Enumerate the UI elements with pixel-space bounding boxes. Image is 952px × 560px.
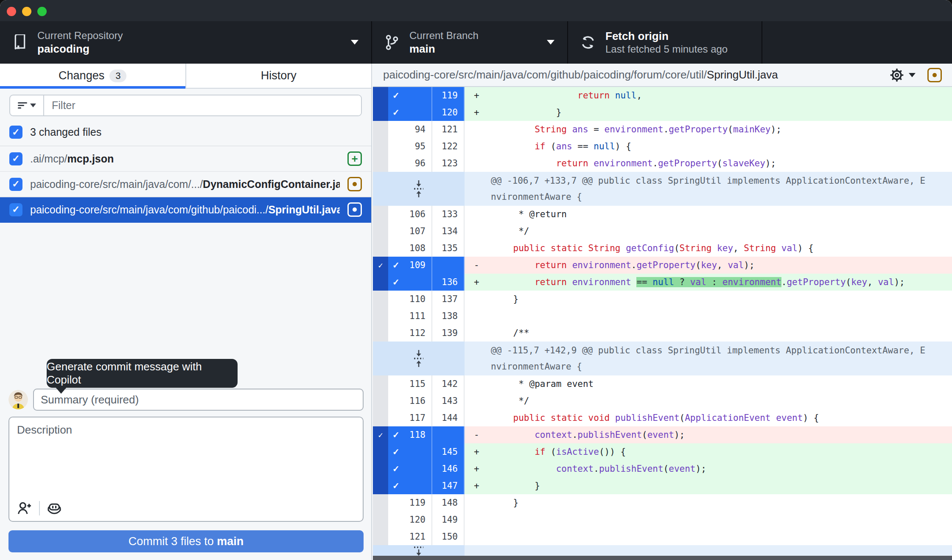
close-window-button[interactable] (7, 7, 16, 16)
hunk-selection-strip[interactable] (373, 375, 388, 392)
code-line: if (isActive()) { (492, 443, 952, 460)
old-line-number[interactable]: 118✓ (388, 426, 432, 443)
current-repository-button[interactable]: Current Repository paicoding (0, 21, 372, 64)
commit-button[interactable]: Commit 3 files to main (8, 530, 364, 552)
hunk-selection-strip[interactable] (373, 240, 388, 257)
new-line-number[interactable] (432, 257, 465, 274)
new-line-number[interactable]: 146 (432, 460, 465, 477)
copilot-icon[interactable] (47, 501, 62, 516)
new-line-number: 121 (432, 121, 465, 138)
hunk-selection-strip[interactable] (373, 206, 388, 223)
file-row[interactable]: ✓paicoding-core/src/main/java/com/.../Dy… (0, 172, 371, 197)
copilot-tooltip: Generate commit message with Copilot (47, 359, 238, 388)
hunk-selection-strip[interactable] (373, 274, 388, 291)
file-include-checkbox[interactable]: ✓ (9, 178, 22, 191)
file-include-checkbox[interactable]: ✓ (9, 152, 22, 165)
expand-down-button[interactable] (373, 545, 465, 557)
new-line-number: 133 (432, 206, 465, 223)
new-line-number[interactable]: 119 (432, 87, 465, 104)
hunk-selection-strip[interactable] (373, 494, 388, 511)
line-include-checkmark[interactable]: ✓ (392, 104, 400, 121)
new-line-number[interactable]: 120 (432, 104, 465, 121)
new-line-number: 150 (432, 528, 465, 545)
tab-changes[interactable]: Changes 3 (0, 64, 185, 88)
old-line-number[interactable]: ✓ (388, 87, 432, 104)
file-row[interactable]: ✓paicoding-core/src/main/java/com/github… (0, 197, 371, 223)
select-all-checkbox[interactable]: ✓ (9, 126, 22, 139)
hunk-header-text: @@ -115,7 +142,9 @@ public class SpringU… (465, 342, 952, 375)
expand-hunk-button[interactable] (373, 172, 465, 206)
filter-options-button[interactable] (10, 95, 44, 115)
line-include-checkmark[interactable]: ✓ (392, 477, 400, 494)
code-token: ); (695, 464, 706, 474)
line-include-checkmark[interactable]: ✓ (392, 257, 400, 274)
hunk-selection-strip[interactable] (373, 104, 388, 121)
hunk-selection-strip[interactable] (373, 87, 388, 104)
hunk-selection-strip[interactable] (373, 121, 388, 138)
expand-hunk-button[interactable] (373, 342, 465, 375)
minimize-window-button[interactable] (22, 7, 31, 16)
tab-history[interactable]: History (185, 64, 372, 88)
filter-input[interactable] (44, 95, 361, 115)
hunk-selection-strip[interactable] (373, 291, 388, 308)
current-branch-button[interactable]: Current Branch main (372, 21, 568, 64)
old-line-number[interactable]: ✓ (388, 460, 432, 477)
file-path: paicoding-core/src/main/java/com/.../Dyn… (30, 178, 340, 190)
code-line: if (ans == null) { (492, 138, 952, 155)
commit-description-box: Generate commit message with Copilot (8, 417, 364, 522)
old-line-number[interactable]: ✓ (388, 104, 432, 121)
code-token: , (867, 277, 878, 287)
hunk-selection-strip[interactable] (373, 392, 388, 409)
old-line-number: 116 (388, 392, 432, 409)
hunk-selection-strip[interactable] (373, 528, 388, 545)
code-token: = (588, 124, 605, 134)
code-line (492, 511, 952, 528)
file-row[interactable]: ✓.ai/mcp/mcp.json+ (0, 146, 371, 172)
new-line-number: 143 (432, 392, 465, 409)
current-repository-label: Current Repository (37, 29, 123, 42)
hunk-selection-strip[interactable] (373, 460, 388, 477)
file-include-checkbox[interactable]: ✓ (9, 203, 22, 216)
old-line-number[interactable]: ✓ (388, 274, 432, 291)
code-token (776, 243, 781, 253)
code-token: : (706, 277, 722, 287)
diff-options-button[interactable] (889, 67, 916, 83)
line-include-checkmark[interactable]: ✓ (392, 274, 400, 291)
new-line-number[interactable]: 145 (432, 443, 465, 460)
hunk-selection-strip[interactable] (373, 443, 388, 460)
toolbar: Current Repository paicoding Current Bra… (0, 21, 952, 64)
old-line-number[interactable]: ✓ (388, 443, 432, 460)
old-line-number[interactable]: ✓ (388, 477, 432, 494)
hunk-selection-strip[interactable] (373, 138, 388, 155)
hunk-selection-strip[interactable] (373, 155, 388, 172)
add-coauthor-button[interactable] (17, 501, 32, 516)
hunk-selection-strip[interactable] (373, 308, 388, 325)
file-path: .ai/mcp/mcp.json (30, 153, 340, 165)
code-token: ( (642, 430, 647, 440)
commit-description-input[interactable] (9, 417, 363, 493)
line-include-checkmark[interactable]: ✓ (392, 426, 400, 443)
hunk-selection-strip[interactable] (373, 325, 388, 342)
diff-sign (465, 528, 492, 545)
commit-summary-input[interactable] (33, 389, 364, 411)
horizontal-scrollbar[interactable] (373, 556, 952, 560)
zoom-window-button[interactable] (37, 7, 47, 16)
new-line-number[interactable] (432, 426, 465, 443)
hunk-selection-strip[interactable] (373, 511, 388, 528)
fetch-origin-button[interactable]: Fetch origin Last fetched 5 minutes ago (568, 21, 762, 64)
hunk-selection-strip[interactable]: ✓ (373, 426, 388, 443)
new-line-number[interactable]: 147 (432, 477, 465, 494)
hunk-selection-strip[interactable] (373, 409, 388, 426)
line-include-checkmark[interactable]: ✓ (392, 460, 400, 477)
line-include-checkmark[interactable]: ✓ (392, 443, 400, 460)
code-token: environment (722, 277, 781, 287)
hunk-selection-strip[interactable] (373, 223, 388, 240)
hunk-selection-strip[interactable] (373, 477, 388, 494)
hunk-selection-strip[interactable]: ✓ (373, 257, 388, 274)
old-line-number[interactable]: 109✓ (388, 257, 432, 274)
new-line-number[interactable]: 136 (432, 274, 465, 291)
new-line-number: 148 (432, 494, 465, 511)
code-line: /** (492, 325, 952, 342)
line-include-checkmark[interactable]: ✓ (392, 87, 400, 104)
code-token: . (631, 260, 637, 270)
